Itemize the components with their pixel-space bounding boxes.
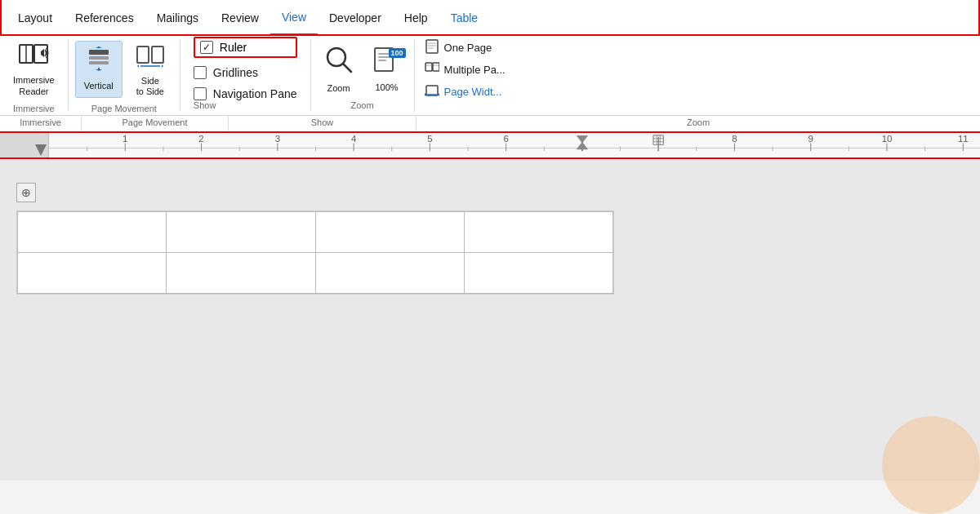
zoom-100-button[interactable]: 100 100% [367, 45, 408, 94]
one-page-option[interactable]: One Page [425, 39, 506, 56]
tab-view[interactable]: View [270, 1, 318, 35]
svg-rect-5 [89, 56, 109, 60]
table-cell[interactable] [464, 253, 612, 294]
tab-mailings[interactable]: Mailings [145, 2, 210, 34]
view-options-group: One Page Multiple Pa... [415, 39, 515, 112]
svg-rect-12 [152, 47, 163, 63]
one-page-icon [425, 39, 439, 56]
vertical-button[interactable]: Vertical [75, 41, 122, 98]
tab-help[interactable]: Help [393, 2, 439, 34]
table-cell[interactable] [464, 212, 612, 253]
ruler-checkbox[interactable]: ✓ [200, 41, 213, 54]
svg-rect-20 [378, 56, 390, 58]
immersive-reader-icon [18, 42, 49, 73]
svg-rect-19 [378, 53, 390, 55]
multiple-pages-label: Multiple Pa... [444, 64, 506, 76]
immersive-reader-button[interactable]: ImmersiveReader [5, 41, 63, 98]
svg-text:4: 4 [351, 134, 356, 144]
immersive-reader-label: ImmersiveReader [13, 75, 55, 96]
svg-text:10: 10 [882, 134, 893, 144]
side-to-side-label: Sideto Side [136, 76, 164, 97]
svg-rect-6 [89, 61, 109, 64]
ribbon-tabs: Layout References Mailings Review View D… [0, 0, 980, 36]
svg-text:6: 6 [503, 134, 508, 144]
svg-marker-3 [41, 49, 44, 57]
zoom-button[interactable]: Zoom [318, 45, 360, 94]
vertical-icon [86, 47, 112, 79]
zoom-100-icon-wrapper: 100 [373, 47, 401, 81]
table-handle-area: ⊕ [16, 175, 614, 481]
svg-text:2: 2 [198, 134, 203, 144]
tab-table[interactable]: Table [439, 2, 489, 34]
group-labels-row: Immersive Page Movement Show Zoom [0, 116, 980, 132]
svg-text:11: 11 [958, 134, 969, 144]
svg-marker-8 [96, 47, 102, 48]
document-area: ⊕ [0, 158, 980, 481]
ruler-bar: 1 2 3 4 5 6 [0, 132, 980, 158]
multiple-pages-icon [425, 61, 439, 78]
svg-rect-22 [426, 40, 438, 53]
immersive-group-bottom-label: Immersive [0, 116, 82, 131]
table-row [18, 212, 613, 253]
table-cell[interactable] [315, 212, 464, 253]
show-group-bottom-label: Show [229, 116, 416, 131]
gridlines-checkbox[interactable] [194, 66, 207, 79]
side-to-side-icon [136, 42, 165, 74]
show-group: ✓ Ruler Gridlines Navigation Pane Show [180, 39, 311, 112]
decorative-circle [882, 416, 980, 514]
page-width-option[interactable]: Page Widt... [425, 83, 506, 100]
page-movement-group-bottom-label: Page Movement [82, 116, 229, 131]
tab-references[interactable]: References [64, 2, 145, 34]
zoom-group: Zoom 100 100% Zoom [311, 39, 415, 112]
ruler-container: 1 2 3 4 5 6 [0, 132, 980, 158]
navigation-pane-checkbox[interactable] [194, 87, 207, 100]
table-cell[interactable] [315, 253, 464, 294]
ruler-left-tab [35, 144, 47, 156]
page-movement-label: Page Movement [91, 104, 157, 113]
navigation-pane-checkbox-row[interactable]: Navigation Pane [194, 87, 297, 100]
multiple-pages-option[interactable]: Multiple Pa... [425, 61, 506, 78]
tab-layout[interactable]: Layout [7, 2, 64, 34]
svg-line-17 [343, 64, 351, 72]
table-cell[interactable] [18, 212, 167, 253]
table-move-handle[interactable]: ⊕ [16, 183, 36, 202]
immersive-group: ImmersiveReader Immersive [0, 39, 69, 112]
svg-text:3: 3 [275, 134, 280, 144]
navigation-pane-label: Navigation Pane [213, 87, 297, 100]
one-page-label: One Page [444, 42, 492, 54]
zoom-group-label: Zoom [351, 100, 374, 110]
svg-marker-49 [577, 142, 589, 150]
zoom-icon [324, 45, 354, 80]
gridlines-checkbox-row[interactable]: Gridlines [194, 66, 297, 79]
zoom-badge: 100 [389, 48, 406, 58]
svg-marker-14 [137, 64, 139, 68]
zoom-label: Zoom [327, 83, 350, 93]
table-cell[interactable] [167, 253, 315, 294]
immersive-group-label: Immersive [13, 104, 55, 113]
svg-text:5: 5 [427, 134, 432, 144]
svg-rect-27 [433, 63, 439, 71]
tab-review[interactable]: Review [210, 2, 270, 34]
side-to-side-button[interactable]: Sideto Side [127, 41, 173, 98]
table-cell[interactable] [18, 253, 167, 294]
doc-table-wrapper [16, 210, 614, 295]
tab-developer[interactable]: Developer [318, 2, 393, 34]
vertical-label: Vertical [84, 81, 114, 91]
ruler-ticks-svg: 1 2 3 4 5 6 [49, 132, 980, 157]
page-width-label: Page Widt... [444, 86, 502, 98]
svg-marker-10 [96, 69, 102, 71]
svg-rect-4 [89, 50, 109, 55]
svg-marker-15 [162, 64, 163, 68]
svg-text:8: 8 [732, 134, 737, 144]
svg-text:9: 9 [808, 134, 813, 144]
ruler-label: Ruler [220, 41, 247, 54]
page-width-icon [425, 83, 439, 100]
svg-rect-11 [137, 47, 149, 63]
ruler-checkbox-row[interactable]: ✓ Ruler [194, 37, 297, 58]
svg-rect-26 [425, 63, 432, 71]
ruler-left-margin [0, 132, 49, 157]
table-cell[interactable] [167, 212, 315, 253]
page-movement-group: Vertical Sideto Side [69, 39, 180, 112]
show-group-label: Show [194, 100, 216, 110]
table-row [18, 253, 613, 294]
